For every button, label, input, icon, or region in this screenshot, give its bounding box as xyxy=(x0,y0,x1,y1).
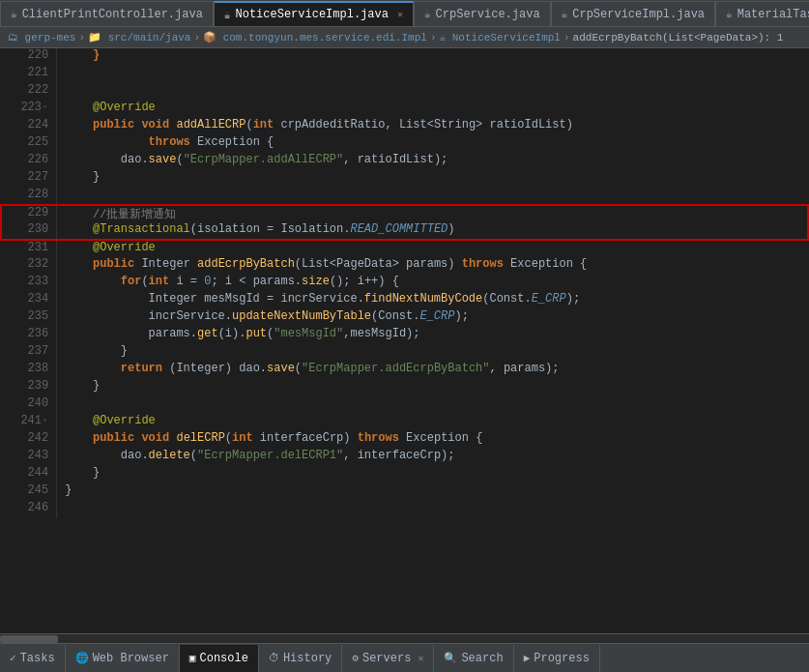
line-number: 222 xyxy=(1,83,57,101)
line-number: 244 xyxy=(1,466,57,483)
line-number: 232 xyxy=(1,257,57,275)
code-line xyxy=(57,83,808,101)
code-line: } xyxy=(57,379,808,396)
breadcrumb-item-4: ☕ NoticeServiceImpl xyxy=(440,31,561,44)
h-scroll-thumb[interactable] xyxy=(0,635,58,643)
table-row: 229 //批量新增通知 xyxy=(1,205,808,222)
line-number: 241◦ xyxy=(1,414,57,431)
tab-servers[interactable]: ⚙ Servers ✕ xyxy=(342,645,434,672)
code-line xyxy=(57,501,808,518)
tab-search[interactable]: 🔍 Search xyxy=(434,645,513,672)
line-number: 245 xyxy=(1,483,57,501)
java-icon-clientprint: ☕ xyxy=(11,8,17,20)
table-row: 228 xyxy=(1,188,808,205)
console-icon: ▣ xyxy=(189,652,196,664)
tab-label-clientprint: ClientPrintController.java xyxy=(22,8,203,21)
code-line: } xyxy=(57,466,808,483)
code-area: 220 } 221 222 223◦ @Override 224 xyxy=(0,48,809,643)
table-row: 222 xyxy=(1,83,808,101)
breadcrumb-item-3: 📦 com.tongyun.mes.service.edi.Impl xyxy=(203,31,427,44)
tab-label-crpservice: CrpService.java xyxy=(436,8,540,21)
code-line: @Override xyxy=(57,240,808,257)
breadcrumb-item-2: 📁 src/main/java xyxy=(88,31,190,44)
tab-progress[interactable]: ▶ Progress xyxy=(514,645,600,672)
line-number: 229 xyxy=(1,205,57,222)
table-row: 224 public void addAllECRP(int crpAddedi… xyxy=(1,118,808,135)
code-line: params.get(i).put("mesMsgId",mesMsgId); xyxy=(57,327,808,344)
table-row: 223◦ @Override xyxy=(1,101,808,118)
table-row: 221 xyxy=(1,66,808,83)
breadcrumb-item-5: addEcrpByBatch(List<PageData>): 1 xyxy=(573,32,784,44)
java-icon-crpserviceimpl: ☕ xyxy=(562,8,568,20)
code-line: Integer mesMsgId = incrService.findNextN… xyxy=(57,292,808,309)
code-line: @Transactional(isolation = Isolation.REA… xyxy=(57,222,808,240)
table-row: 240 xyxy=(1,396,808,414)
history-icon: ⏱ xyxy=(269,652,279,664)
webbrowser-icon: 🌐 xyxy=(75,652,89,664)
line-number: 237 xyxy=(1,344,57,362)
tab-console[interactable]: ▣ Console xyxy=(180,645,259,672)
table-row: 242 public void delECRP(int interfaceCrp… xyxy=(1,431,808,449)
code-table: 220 } 221 222 223◦ @Override 224 xyxy=(0,48,809,518)
table-row: 233 for(int i = 0; i < params.size(); i+… xyxy=(1,275,808,292)
table-row: 227 } xyxy=(1,170,808,188)
tab-label-tasks: Tasks xyxy=(20,652,55,665)
table-row: 245 } xyxy=(1,483,808,501)
tab-label-console: Console xyxy=(199,652,247,665)
line-number: 239 xyxy=(1,379,57,396)
tab-tasks[interactable]: ✓ Tasks xyxy=(0,645,66,672)
code-line: public void addAllECRP(int crpAddeditRat… xyxy=(57,118,808,135)
tab-noticeservice[interactable]: ☕ NoticeServiceImpl.java ✕ xyxy=(214,1,414,26)
code-line: } xyxy=(57,48,808,66)
tab-webbrowser[interactable]: 🌐 Web Browser xyxy=(66,645,180,672)
tab-close-noticeservice[interactable]: ✕ xyxy=(397,9,403,20)
code-line: public void delECRP(int interfaceCrp) th… xyxy=(57,431,808,449)
horizontal-scrollbar[interactable] xyxy=(0,633,809,643)
table-row: 235 incrService.updateNextNumByTable(Con… xyxy=(1,309,808,327)
tab-label-progress: Progress xyxy=(534,652,590,665)
code-line: return (Integer) dao.save("EcrpMapper.ad… xyxy=(57,362,808,379)
tasks-icon: ✓ xyxy=(10,652,16,664)
servers-icon: ⚙ xyxy=(352,652,359,664)
code-line: incrService.updateNextNumByTable(Const.E… xyxy=(57,309,808,327)
tab-materialtask[interactable]: ☕ MaterialTask.java xyxy=(715,1,809,26)
progress-icon: ▶ xyxy=(524,652,531,664)
table-row: 225 throws Exception { xyxy=(1,135,808,153)
code-line: } xyxy=(57,344,808,362)
tab-label-servers: Servers xyxy=(362,652,411,665)
table-row: 232 public Integer addEcrpByBatch(List<P… xyxy=(1,257,808,275)
tab-label-noticeservice: NoticeServiceImpl.java xyxy=(235,8,388,21)
code-scroll[interactable]: 220 } 221 222 223◦ @Override 224 xyxy=(0,48,809,633)
line-number: 227 xyxy=(1,170,57,188)
code-line: for(int i = 0; i < params.size(); i++) { xyxy=(57,275,808,292)
bottom-panel: ✓ Tasks 🌐 Web Browser ▣ Console ⏱ Histor… xyxy=(0,643,809,672)
table-row: 244 } xyxy=(1,466,808,483)
code-line: //批量新增通知 xyxy=(57,205,808,222)
line-number: 231 xyxy=(1,240,57,257)
line-number: 242 xyxy=(1,431,57,449)
tab-label-history: History xyxy=(283,652,332,665)
search-icon: 🔍 xyxy=(444,652,457,664)
line-number: 228 xyxy=(1,188,57,205)
line-number: 220 xyxy=(1,48,57,66)
tab-clientprint[interactable]: ☕ ClientPrintController.java xyxy=(0,1,214,26)
line-number: 221 xyxy=(1,66,57,83)
code-line: @Override xyxy=(57,101,808,118)
tab-crpservice[interactable]: ☕ CrpService.java xyxy=(414,1,551,26)
code-line: dao.save("EcrpMapper.addAllECRP", ratioI… xyxy=(57,153,808,170)
table-row: 241◦ @Override xyxy=(1,414,808,431)
tab-history[interactable]: ⏱ History xyxy=(259,645,342,672)
table-row: 234 Integer mesMsgId = incrService.findN… xyxy=(1,292,808,309)
code-line: dao.delete("EcrpMapper.delECRP1", interf… xyxy=(57,449,808,466)
tab-crpserviceimpl[interactable]: ☕ CrpServiceImpl.java xyxy=(551,1,715,26)
tab-label-crpserviceimpl: CrpServiceImpl.java xyxy=(572,8,705,21)
line-number: 233 xyxy=(1,275,57,292)
code-line: } xyxy=(57,170,808,188)
tab-label-search: Search xyxy=(461,652,503,665)
line-number: 225 xyxy=(1,135,57,153)
line-number: 230 xyxy=(1,222,57,240)
table-row: 220 } xyxy=(1,48,808,66)
servers-close-icon[interactable]: ✕ xyxy=(418,653,423,664)
table-row: 237 } xyxy=(1,344,808,362)
table-row: 230 @Transactional(isolation = Isolation… xyxy=(1,222,808,240)
